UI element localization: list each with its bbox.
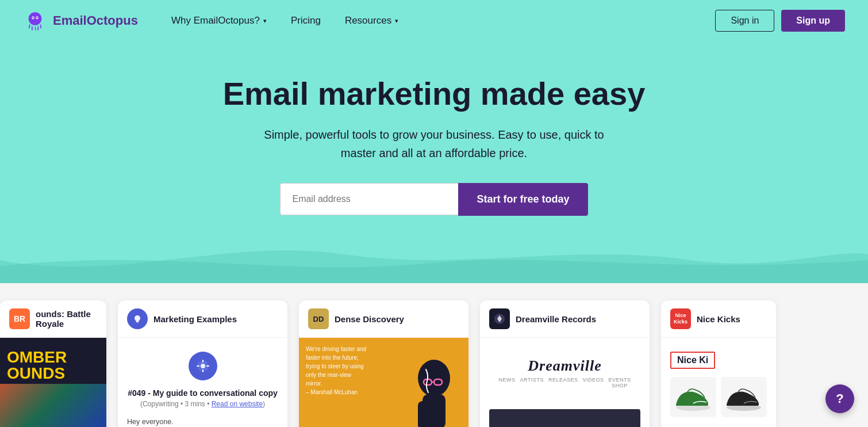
card-nice-kicks: NiceKicks Nice Kicks Nice Ki [661, 300, 776, 427]
card-header: NiceKicks Nice Kicks [661, 300, 776, 338]
svg-point-0 [29, 12, 42, 25]
card-header: BR ounds: Battle Royale [0, 300, 106, 338]
card-logo: BR [9, 308, 30, 329]
card-dreamville: Dreamville Records Dreamville NEWS ARTIS… [480, 300, 650, 427]
logo-text: EmailOctopus [53, 13, 138, 28]
nav-resources[interactable]: Resources ▾ [335, 10, 409, 31]
card-name: Dreamville Records [516, 314, 596, 324]
signup-button[interactable]: Sign up [781, 10, 845, 32]
card-logo [489, 308, 510, 329]
group-silhouette [490, 409, 640, 427]
hero-title: Email marketing made easy [11, 76, 857, 112]
svg-point-8 [201, 364, 205, 368]
chevron-down-icon: ▾ [263, 17, 267, 25]
card-header: DD Dense Discovery [299, 300, 468, 338]
card-body: Nice Ki [661, 338, 776, 425]
me-article-title: #049 - My guide to conversational copy [127, 388, 278, 398]
logo-link[interactable]: EmailOctopus [23, 9, 138, 33]
sneaker-dark-icon [724, 382, 764, 413]
card-body: #049 - My guide to conversational copy (… [118, 338, 287, 427]
card-name: Dense Discovery [335, 314, 404, 324]
dreamville-icon [493, 312, 506, 325]
hero-cta-group: Start for free today [11, 183, 857, 216]
figure-silhouette [382, 344, 468, 427]
svg-point-4 [36, 17, 37, 18]
me-inner-icon [189, 352, 217, 380]
card-name: ounds: Battle Royale [36, 309, 97, 329]
card-logo: DD [308, 308, 329, 329]
cards-track: BR ounds: Battle Royale OMBEROUNDS [0, 300, 868, 427]
card-image: OMBEROUNDS [0, 338, 106, 427]
card-logo: NiceKicks [670, 308, 691, 329]
me-article-meta: (Copywriting • 3 mins • Read on website) [127, 400, 278, 408]
sneaker-1 [670, 377, 716, 417]
read-on-website-link[interactable]: Read on website [212, 400, 263, 408]
me-article-body: Hey everyone. Conversational copy is wri… [127, 416, 278, 427]
svg-rect-11 [418, 401, 427, 427]
nav-pricing[interactable]: Pricing [281, 10, 331, 31]
dv-brand-area: Dreamville NEWS ARTISTS RELEASES VIDEOS … [489, 346, 640, 409]
card-header: Dreamville Records [480, 300, 650, 338]
card-header: Marketing Examples [118, 300, 287, 338]
octopus-icon [23, 9, 47, 33]
svg-rect-6 [136, 322, 139, 323]
svg-point-3 [32, 17, 33, 18]
card-logo [127, 308, 148, 329]
card-battle-royale: BR ounds: Battle Royale OMBEROUNDS [0, 300, 106, 427]
card-game-art [0, 384, 106, 427]
card-marketing-examples: Marketing Examples #049 - My guide to co… [118, 300, 287, 427]
card-body: Dreamville NEWS ARTISTS RELEASES VIDEOS … [480, 338, 650, 427]
sneaker-2 [721, 377, 767, 417]
navbar: EmailOctopus Why EmailOctopus? ▾ Pricing… [0, 0, 868, 41]
lightbulb-icon [132, 313, 143, 325]
hero-subtitle: Simple, powerful tools to grow your busi… [262, 125, 606, 162]
nav-actions: Sign in Sign up [715, 10, 845, 32]
chat-icon: ? [836, 391, 843, 406]
card-dense-discovery: DD Dense Discovery We're driving faster … [299, 300, 468, 427]
email-input[interactable] [280, 183, 458, 215]
svg-rect-18 [490, 409, 640, 427]
dv-nav-links: NEWS ARTISTS RELEASES VIDEOS EVENTS SHOP [501, 377, 629, 388]
chevron-down-icon: ▾ [395, 17, 398, 25]
nice-kicks-badge: Nice Ki [670, 352, 715, 369]
chat-bubble[interactable]: ? [825, 384, 854, 413]
card-game-title: OMBEROUNDS [0, 338, 74, 384]
hero-section: Email marketing made easy Simple, powerf… [0, 41, 868, 283]
card-name: Nice Kicks [697, 314, 740, 324]
dreamville-group-photo [489, 409, 640, 427]
start-free-button[interactable]: Start for free today [458, 183, 587, 216]
card-image: We're driving faster and faster into the… [299, 338, 468, 427]
gear-icon [196, 359, 210, 373]
nav-why-emailoctopus[interactable]: Why EmailOctopus? ▾ [161, 10, 277, 31]
dv-brand-text: Dreamville [501, 357, 629, 375]
hero-wave [0, 237, 868, 283]
nav-links: Why EmailOctopus? ▾ Pricing Resources ▾ [161, 10, 716, 31]
svg-point-9 [418, 360, 450, 396]
sneaker-green-icon [673, 382, 713, 413]
sneaker-images [670, 377, 767, 417]
card-name: Marketing Examples [153, 314, 237, 324]
cards-section: BR ounds: Battle Royale OMBEROUNDS [0, 283, 868, 427]
signin-button[interactable]: Sign in [715, 10, 774, 32]
dd-quote: We're driving faster and faster into the… [306, 345, 369, 396]
